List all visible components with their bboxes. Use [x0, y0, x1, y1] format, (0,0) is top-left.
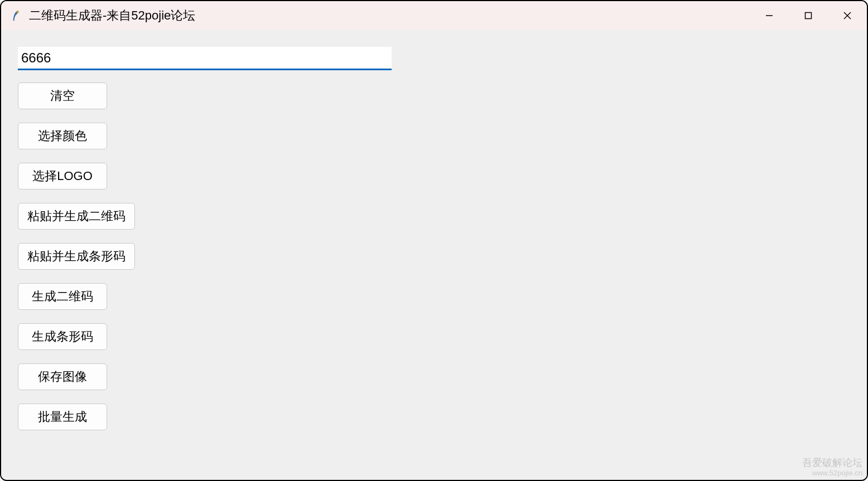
generate-qr-button[interactable]: 生成二维码 — [18, 283, 107, 310]
paste-generate-qr-button[interactable]: 粘贴并生成二维码 — [18, 203, 135, 230]
window-title: 二维码生成器-来自52pojie论坛 — [29, 7, 195, 24]
batch-generate-button[interactable]: 批量生成 — [18, 404, 107, 430]
clear-button[interactable]: 清空 — [18, 82, 107, 109]
choose-logo-button[interactable]: 选择LOGO — [18, 163, 107, 190]
content-input[interactable] — [18, 47, 392, 70]
content-area: 清空 选择颜色 选择LOGO 粘贴并生成二维码 粘贴并生成条形码 生成二维码 生… — [1, 30, 867, 480]
generate-barcode-button[interactable]: 生成条形码 — [18, 323, 107, 350]
button-stack: 清空 选择颜色 选择LOGO 粘贴并生成二维码 粘贴并生成条形码 生成二维码 生… — [18, 82, 850, 430]
paste-generate-barcode-button[interactable]: 粘贴并生成条形码 — [18, 243, 135, 270]
app-window: 二维码生成器-来自52pojie论坛 清空 选择颜色 选择LOGO 粘贴并生成二… — [0, 0, 868, 481]
window-controls — [750, 1, 867, 30]
svg-rect-1 — [806, 13, 812, 19]
close-button[interactable] — [828, 1, 867, 30]
maximize-button[interactable] — [789, 1, 828, 30]
minimize-button[interactable] — [750, 1, 789, 30]
save-image-button[interactable]: 保存图像 — [18, 363, 107, 390]
choose-color-button[interactable]: 选择颜色 — [18, 123, 107, 149]
titlebar: 二维码生成器-来自52pojie论坛 — [1, 1, 867, 30]
app-icon — [11, 9, 23, 22]
